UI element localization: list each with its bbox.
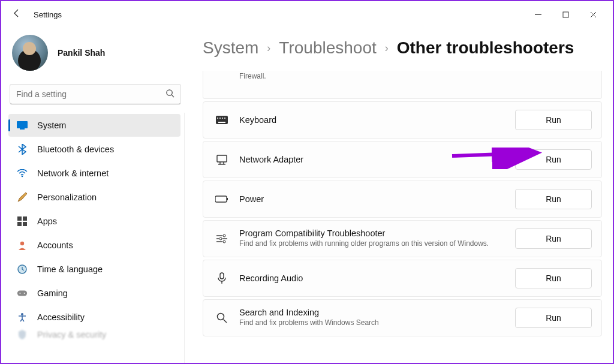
svg-rect-1 bbox=[563, 12, 568, 17]
sidebar-item-privacy[interactable]: Privacy & security bbox=[8, 330, 180, 339]
svg-rect-18 bbox=[218, 122, 225, 123]
svg-rect-8 bbox=[23, 216, 27, 221]
titlebar: Settings bbox=[1, 1, 613, 28]
svg-point-21 bbox=[222, 118, 223, 119]
sidebar-item-apps[interactable]: Apps bbox=[8, 210, 180, 233]
chevron-right-icon: › bbox=[385, 42, 389, 55]
sidebar-item-label: System bbox=[37, 121, 66, 130]
svg-point-19 bbox=[217, 118, 218, 119]
mic-icon bbox=[215, 272, 228, 284]
search-box[interactable] bbox=[10, 84, 181, 104]
back-button[interactable] bbox=[7, 8, 26, 20]
keyboard-icon bbox=[215, 116, 228, 124]
accessibility-icon bbox=[17, 312, 28, 323]
run-button[interactable]: Run bbox=[515, 228, 592, 249]
sidebar-item-account[interactable]: Accounts bbox=[8, 234, 180, 257]
nav-list: SystemBluetooth & devicesNetwork & inter… bbox=[6, 113, 185, 363]
sidebar-item-system[interactable]: System bbox=[8, 114, 180, 137]
compat-icon bbox=[215, 234, 228, 243]
svg-point-22 bbox=[224, 118, 225, 119]
gaming-icon bbox=[17, 288, 28, 299]
profile-block[interactable]: Pankil Shah bbox=[6, 32, 185, 82]
svg-rect-13 bbox=[17, 291, 27, 296]
sidebar-item-label: Accounts bbox=[37, 240, 73, 250]
sidebar-item-time[interactable]: Time & language bbox=[8, 258, 180, 281]
sidebar-item-gaming[interactable]: Gaming bbox=[8, 282, 180, 305]
troubleshooter-card: PowerRun bbox=[203, 181, 602, 218]
window-title: Settings bbox=[34, 10, 62, 19]
card-title: Program Compatibility Troubleshooter bbox=[239, 228, 504, 238]
profile-name: Pankil Shah bbox=[58, 48, 105, 58]
troubleshooter-card: Network AdapterRun bbox=[203, 141, 602, 178]
account-icon bbox=[17, 240, 28, 251]
svg-point-38 bbox=[218, 314, 224, 320]
svg-point-20 bbox=[219, 118, 221, 119]
run-button[interactable]: Run bbox=[515, 149, 592, 170]
card-desc: Firewall. bbox=[239, 72, 504, 82]
run-button[interactable]: Run bbox=[515, 110, 592, 130]
svg-point-11 bbox=[20, 242, 24, 245]
wifi-icon bbox=[17, 168, 28, 179]
sidebar-item-label: Bluetooth & devices bbox=[37, 145, 114, 154]
search-input[interactable] bbox=[16, 89, 165, 99]
system-icon bbox=[17, 120, 28, 131]
svg-point-6 bbox=[22, 176, 23, 178]
run-button[interactable]: Run bbox=[515, 268, 592, 288]
sidebar-item-label: Apps bbox=[37, 216, 57, 226]
sidebar-item-label: Time & language bbox=[37, 264, 103, 274]
sidebar-item-accessibility[interactable]: Accessibility bbox=[8, 306, 180, 329]
svg-point-16 bbox=[21, 313, 23, 315]
svg-rect-9 bbox=[17, 222, 22, 226]
card-desc: Find and fix problems with Windows Searc… bbox=[239, 318, 504, 328]
svg-point-14 bbox=[20, 293, 21, 294]
troubleshooter-card: Program Compatibility TroubleshooterFind… bbox=[203, 220, 602, 257]
card-title: Network Adapter bbox=[239, 155, 504, 164]
close-button[interactable] bbox=[579, 5, 607, 24]
svg-rect-5 bbox=[20, 128, 25, 130]
svg-line-3 bbox=[171, 95, 174, 97]
privacy-icon bbox=[17, 330, 28, 339]
sidebar: Pankil Shah SystemBluetooth & devicesNet… bbox=[1, 28, 187, 363]
sidebar-item-label: Privacy & security bbox=[37, 330, 106, 339]
troubleshooter-card-partial: Firewall. bbox=[203, 71, 602, 99]
svg-rect-36 bbox=[220, 273, 224, 279]
search-icon bbox=[215, 312, 228, 323]
svg-rect-4 bbox=[17, 121, 28, 128]
sidebar-item-bluetooth[interactable]: Bluetooth & devices bbox=[8, 138, 180, 161]
run-button[interactable]: Run bbox=[515, 308, 592, 328]
bluetooth-icon bbox=[17, 144, 28, 155]
chevron-right-icon: › bbox=[267, 42, 270, 55]
svg-point-15 bbox=[24, 293, 25, 294]
sidebar-item-brush[interactable]: Personalization bbox=[8, 186, 180, 209]
svg-rect-7 bbox=[17, 216, 22, 221]
card-title: Search and Indexing bbox=[239, 308, 504, 317]
main-pane: System › Troubleshoot › Other troublesho… bbox=[187, 28, 613, 363]
sidebar-item-label: Personalization bbox=[37, 192, 97, 202]
breadcrumb: System › Troubleshoot › Other troublesho… bbox=[203, 38, 602, 58]
brush-icon bbox=[17, 192, 28, 203]
svg-rect-10 bbox=[23, 222, 27, 226]
maximize-button[interactable] bbox=[552, 5, 579, 24]
troubleshooter-list: Firewall.KeyboardRunNetwork AdapterRunPo… bbox=[203, 71, 602, 336]
sidebar-item-wifi[interactable]: Network & internet bbox=[8, 162, 180, 185]
breadcrumb-troubleshoot[interactable]: Troubleshoot bbox=[279, 38, 376, 58]
card-title: Recording Audio bbox=[239, 273, 504, 283]
power-icon bbox=[215, 195, 228, 203]
minimize-button[interactable] bbox=[524, 5, 552, 24]
sidebar-item-label: Gaming bbox=[37, 288, 68, 298]
svg-rect-28 bbox=[227, 198, 228, 200]
svg-rect-27 bbox=[215, 196, 227, 202]
search-icon bbox=[165, 89, 174, 100]
time-icon bbox=[17, 264, 28, 275]
breadcrumb-current: Other troubleshooters bbox=[397, 38, 574, 58]
apps-icon bbox=[17, 216, 28, 227]
card-title: Keyboard bbox=[239, 115, 504, 125]
svg-point-30 bbox=[223, 234, 225, 237]
breadcrumb-system[interactable]: System bbox=[203, 38, 258, 58]
svg-rect-23 bbox=[217, 155, 227, 162]
troubleshooter-card: KeyboardRun bbox=[203, 101, 602, 139]
troubleshooter-card: Recording AudioRun bbox=[203, 260, 602, 297]
avatar bbox=[12, 35, 48, 71]
svg-line-39 bbox=[224, 320, 227, 323]
run-button[interactable]: Run bbox=[515, 189, 592, 209]
